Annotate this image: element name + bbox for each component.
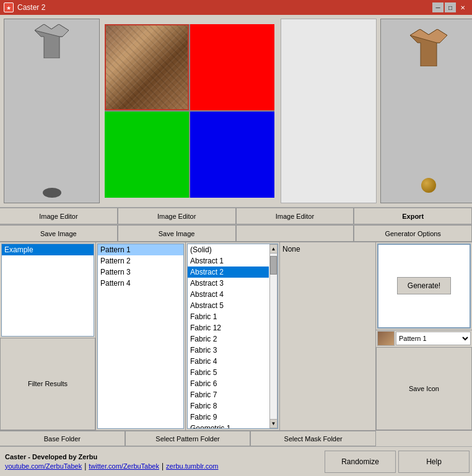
help-button[interactable]: Help	[398, 451, 470, 473]
list-item-fabric-2[interactable]: Fabric 2	[188, 333, 269, 345]
minimize-button[interactable]: ─	[432, 2, 444, 12]
spacer-right	[376, 431, 472, 446]
none-label: None	[280, 242, 375, 256]
scroll-up-arrow[interactable]: ▲	[270, 245, 277, 253]
list-item-fabric-4[interactable]: Fabric 4	[188, 356, 269, 367]
left-oval-button[interactable]	[43, 188, 61, 198]
left-panel	[26, 19, 77, 203]
icon-select-row: Pattern 1 Pattern 2 Pattern 3 Pattern 4	[376, 330, 472, 347]
window-title: Caster 2	[17, 3, 45, 12]
none-column: None	[280, 242, 376, 430]
base-folder-button[interactable]: Base Folder	[0, 431, 125, 446]
list-item-fabric-8[interactable]: Fabric 8	[188, 400, 269, 412]
image-editor-button-2[interactable]: Image Editor	[118, 208, 236, 224]
texture-list[interactable]: (Solid) Abstract 1 Abstract 2 Abstract 3…	[187, 244, 278, 429]
list-item-fabric-1[interactable]: Fabric 1	[188, 311, 269, 322]
save-options-row: Save Image Save Image Generator Options	[0, 224, 472, 242]
youtube-link[interactable]: youtube.com/ZerbuTabek	[5, 462, 82, 470]
dev-credit: Caster - Developed by Zerbu	[5, 453, 317, 461]
twitter-link[interactable]: twitter.com/ZerbuTabek	[89, 462, 159, 470]
list-item-fabric-7[interactable]: Fabric 7	[188, 389, 269, 400]
export-button[interactable]: Export	[354, 208, 472, 224]
list-item-abstract-2[interactable]: Abstract 2	[188, 267, 269, 278]
center-canvas-area	[102, 19, 277, 203]
list-item-abstract-1[interactable]: Abstract 1	[188, 255, 269, 267]
save-icon-button[interactable]: Save Icon	[376, 347, 472, 431]
generator-column: Generate! Pattern 1 Pattern 2 Pattern 3 …	[376, 242, 472, 430]
icon-dropdown[interactable]: Pattern 1 Pattern 2 Pattern 3 Pattern 4	[396, 332, 471, 345]
left-canvas-panel	[4, 19, 100, 203]
far-right-canvas	[380, 19, 472, 203]
main-window: Image Editor Image Editor Image Editor E…	[0, 15, 472, 476]
select-mask-folder-button[interactable]: Select Mask Folder	[250, 431, 376, 446]
canvas-area	[0, 15, 472, 207]
list-item-solid[interactable]: (Solid)	[188, 244, 269, 255]
list-item-example[interactable]: Example	[2, 244, 94, 255]
example-list[interactable]: Example	[1, 244, 94, 337]
image-editor-row: Image Editor Image Editor Image Editor E…	[0, 207, 472, 224]
icon-thumbnail	[377, 331, 395, 346]
list-item-fabric-12[interactable]: Fabric 12	[188, 322, 269, 333]
far-right-shirt-icon	[404, 29, 453, 68]
right-blank-panel	[281, 19, 377, 203]
generate-button[interactable]: Generate!	[397, 277, 451, 294]
image-editor-button-1[interactable]: Image Editor	[0, 208, 118, 224]
list-item-geometric-1[interactable]: Geometric 1	[188, 423, 269, 429]
bottom-info: Caster - Developed by Zerbu youtube.com/…	[0, 451, 322, 473]
select-pattern-folder-button[interactable]: Select Pattern Folder	[125, 431, 251, 446]
scroll-down-arrow[interactable]: ▼	[270, 419, 277, 428]
links-row: youtube.com/ZerbuTabek | twitter.com/Zer…	[5, 462, 317, 470]
title-bar: ★ Caster 2 ─ □ ✕	[0, 0, 472, 15]
far-right-coin	[421, 178, 436, 193]
randomize-button[interactable]: Randomize	[325, 451, 396, 473]
list-item-fabric-6[interactable]: Fabric 6	[188, 378, 269, 389]
pattern-list[interactable]: Pattern 1 Pattern 2 Pattern 3 Pattern 4	[97, 244, 184, 429]
tumblr-link[interactable]: zerbu.tumblr.com	[166, 462, 218, 470]
list-item-pattern-2[interactable]: Pattern 2	[98, 255, 183, 267]
bottom-right-buttons: Randomize Help	[322, 448, 472, 475]
window-controls: ─ □ ✕	[432, 2, 468, 12]
close-button[interactable]: ✕	[457, 2, 468, 12]
example-column: Example Filter Results	[0, 242, 96, 430]
left-shirt-icon	[28, 24, 75, 60]
list-item-abstract-4[interactable]: Abstract 4	[188, 289, 269, 300]
maximize-button[interactable]: □	[445, 2, 456, 12]
folder-row: Base Folder Select Pattern Folder Select…	[0, 430, 472, 446]
title-bar-left: ★ Caster 2	[4, 2, 45, 12]
quad-top-left	[105, 24, 189, 110]
scroll-thumb[interactable]	[270, 256, 277, 275]
generate-area: Generate!	[377, 244, 471, 328]
sep-1: |	[84, 462, 86, 470]
bottom-strip: Caster - Developed by Zerbu youtube.com/…	[0, 446, 472, 476]
app-icon: ★	[4, 2, 14, 12]
filter-results-button[interactable]: Filter Results	[0, 338, 95, 431]
svg-text:★: ★	[6, 5, 11, 11]
list-item-pattern-3[interactable]: Pattern 3	[98, 267, 183, 278]
generator-options-button[interactable]: Generator Options	[354, 225, 472, 242]
list-item-fabric-9[interactable]: Fabric 9	[188, 412, 269, 423]
list-item-fabric-5[interactable]: Fabric 5	[188, 367, 269, 378]
save-image-button-2[interactable]: Save Image	[118, 225, 236, 242]
pattern-column: Pattern 1 Pattern 2 Pattern 3 Pattern 4	[96, 242, 186, 430]
sep-2: |	[162, 462, 164, 470]
save-image-button-1[interactable]: Save Image	[0, 225, 118, 242]
list-item-abstract-3[interactable]: Abstract 3	[188, 278, 269, 289]
list-item-pattern-1[interactable]: Pattern 1	[98, 244, 183, 255]
list-item-fabric-3[interactable]: Fabric 3	[188, 345, 269, 356]
texture-scrollbar[interactable]: ▲ ▼	[269, 244, 278, 428]
none-area	[236, 225, 354, 242]
list-item-pattern-4[interactable]: Pattern 4	[98, 278, 183, 289]
quad-top-right	[190, 24, 274, 110]
quad-bottom-right	[190, 112, 274, 198]
image-editor-button-3[interactable]: Image Editor	[236, 208, 354, 224]
main-content-area: Example Filter Results Pattern 1 Pattern…	[0, 242, 472, 430]
quad-canvas	[105, 24, 274, 198]
quad-bottom-left	[105, 112, 189, 198]
texture-column: (Solid) Abstract 1 Abstract 2 Abstract 3…	[186, 242, 280, 430]
list-item-abstract-5[interactable]: Abstract 5	[188, 300, 269, 311]
